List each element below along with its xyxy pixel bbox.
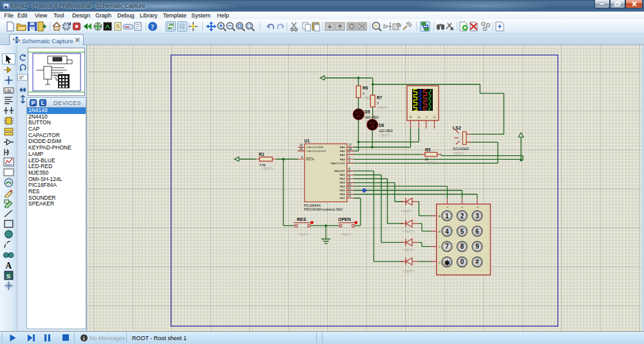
svg-text:4: 4	[301, 156, 303, 159]
svg-text:5: 5	[460, 228, 464, 235]
svg-text:?: ?	[151, 23, 155, 30]
svg-text:<TEXT>: <TEXT>	[340, 233, 352, 236]
svg-text:LED-RED: LED-RED	[365, 115, 379, 119]
svg-text:7: 7	[348, 171, 350, 175]
svg-text:<TEXT>: <TEXT>	[401, 209, 413, 213]
svg-text:PIC16F84A: PIC16F84A	[304, 204, 321, 207]
svg-text:6: 6	[348, 167, 350, 171]
svg-text:12: 12	[348, 191, 352, 194]
svg-text:RB1: RB1	[339, 173, 345, 177]
svg-text:4: 4	[445, 228, 449, 235]
svg-text:MCLR: MCLR	[307, 158, 314, 161]
svg-text:D: D	[439, 261, 440, 264]
svg-text:RA0: RA0	[339, 146, 345, 149]
svg-text:3: 3	[363, 91, 365, 95]
svg-text:U1: U1	[305, 139, 310, 143]
svg-text:RB5: RB5	[339, 189, 345, 192]
svg-text:S: S	[116, 23, 120, 30]
svg-text:S: S	[6, 272, 10, 280]
svg-text:18: 18	[348, 148, 352, 151]
svg-text:0: 0	[460, 258, 464, 265]
svg-text:✱: ✱	[444, 259, 450, 267]
svg-text:11: 11	[348, 187, 351, 190]
svg-text:D: D	[433, 116, 436, 118]
svg-text:2: 2	[348, 156, 350, 159]
svg-text:RA4/T0CKI: RA4/T0CKI	[331, 162, 345, 165]
svg-text:<TEXT>: <TEXT>	[425, 161, 437, 165]
svg-text:<TEXT>: <TEXT>	[379, 133, 391, 137]
svg-text:<TEXT>: <TEXT>	[261, 167, 274, 171]
svg-text:LS2: LS2	[453, 126, 461, 130]
svg-text:<TEXT>: <TEXT>	[402, 248, 415, 252]
svg-text:8: 8	[348, 175, 350, 178]
svg-text:<TEXT>: <TEXT>	[402, 229, 415, 233]
svg-text:A: A	[5, 261, 12, 270]
svg-text:LED-RED: LED-RED	[379, 129, 393, 133]
svg-text:9: 9	[475, 243, 479, 250]
svg-text:A: A	[450, 26, 454, 32]
svg-text:<TEXT>: <TEXT>	[402, 269, 415, 273]
svg-text:SOUNDER: SOUNDER	[453, 147, 469, 151]
svg-text:RES: RES	[297, 217, 307, 222]
svg-text:RB4: RB4	[339, 185, 345, 188]
svg-text:OSC1/CLKIN: OSC1/CLKIN	[307, 146, 323, 149]
svg-text:2: 2	[460, 213, 464, 220]
svg-text:B: B	[439, 230, 440, 233]
svg-text:C: C	[439, 245, 440, 249]
svg-text:OSC2/CLKOUT: OSC2/CLKOUT	[307, 149, 327, 153]
svg-text:<TEXT>: <TEXT>	[377, 106, 389, 110]
svg-text:OPEN: OPEN	[338, 217, 351, 222]
svg-text:R5: R5	[425, 148, 431, 152]
svg-text:RA2: RA2	[339, 153, 345, 157]
svg-text:1: 1	[348, 151, 350, 154]
svg-text:D6: D6	[379, 123, 384, 128]
svg-text:6: 6	[475, 228, 479, 235]
svg-text:13: 13	[348, 195, 352, 198]
svg-text:R1: R1	[259, 152, 265, 157]
svg-text:7: 7	[445, 243, 449, 250]
svg-text:RB0/INT: RB0/INT	[334, 169, 345, 173]
svg-text:#: #	[475, 258, 479, 265]
svg-text:RB6: RB6	[339, 193, 345, 196]
svg-text:3: 3	[348, 160, 350, 163]
svg-text:RB7: RB7	[339, 196, 345, 200]
svg-text:RA3: RA3	[339, 158, 345, 161]
svg-text:R7: R7	[377, 95, 383, 100]
svg-text:<TEXT>: <TEXT>	[453, 151, 465, 155]
svg-text:3: 3	[377, 101, 379, 105]
svg-text:16: 16	[299, 144, 303, 147]
svg-text:R6: R6	[363, 86, 368, 90]
svg-text:8: 8	[460, 243, 464, 250]
svg-text:1: 1	[445, 213, 449, 220]
svg-text:RB2: RB2	[339, 177, 345, 180]
svg-text:D5: D5	[365, 110, 370, 114]
svg-text:15: 15	[299, 148, 303, 151]
svg-text:RB3: RB3	[339, 181, 345, 184]
svg-text:17: 17	[348, 144, 352, 147]
svg-text:LBL: LBL	[5, 89, 13, 93]
svg-text:10: 10	[348, 183, 352, 186]
svg-text:RA1: RA1	[339, 149, 345, 153]
svg-text:<TEXT>: <TEXT>	[298, 233, 310, 236]
svg-text:PROGRAM=codelock.HEX: PROGRAM=codelock.HEX	[304, 207, 343, 211]
svg-text:C: C	[426, 116, 428, 118]
svg-text:3: 3	[475, 213, 479, 220]
svg-text:A: A	[439, 215, 440, 218]
svg-text:9: 9	[348, 179, 350, 182]
